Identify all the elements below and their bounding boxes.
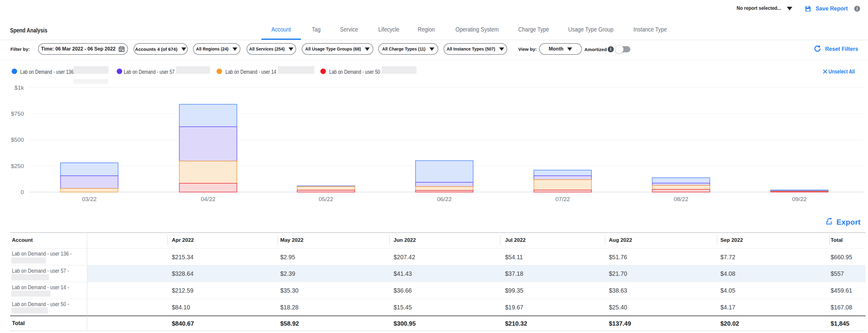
svg-text:07/22: 07/22 [555, 196, 570, 202]
svg-text:$1k: $1k [14, 85, 24, 91]
svg-text:$250: $250 [11, 163, 24, 169]
svg-text:$750: $750 [11, 110, 24, 117]
svg-text:0: 0 [21, 189, 24, 195]
svg-text:04/22: 04/22 [201, 196, 216, 202]
svg-text:$500: $500 [11, 136, 24, 143]
svg-text:06/22: 06/22 [437, 196, 452, 202]
svg-text:09/22: 09/22 [792, 196, 807, 202]
svg-text:08/22: 08/22 [674, 196, 688, 202]
svg-text:03/22: 03/22 [82, 196, 97, 202]
svg-text:05/22: 05/22 [319, 196, 334, 202]
